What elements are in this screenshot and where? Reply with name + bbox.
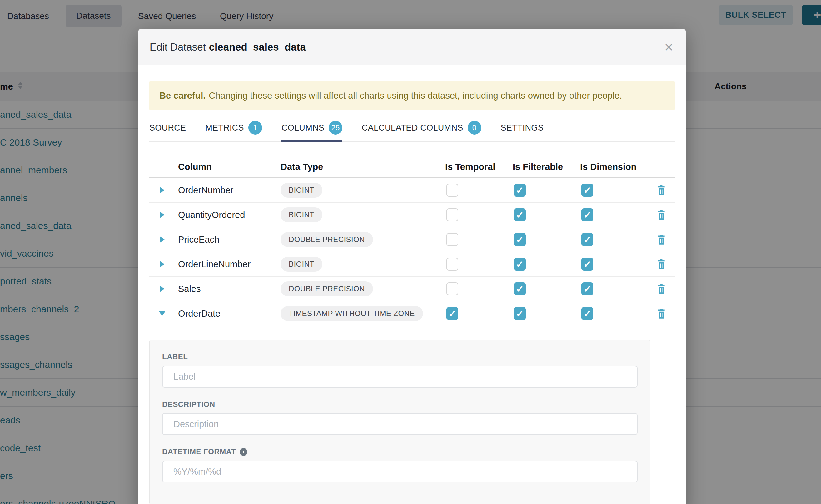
datetime-format-field-label: DATETIME FORMAT i	[162, 447, 638, 456]
column-name: QuantityOrdered	[172, 210, 275, 220]
expand-caret-icon[interactable]	[160, 261, 165, 267]
tab-label: SETTINGS	[501, 123, 544, 133]
tab-label: SOURCE	[149, 123, 186, 133]
label-field-label: LABEL	[162, 353, 638, 361]
modal-body: Be careful. Changing these settings will…	[138, 81, 686, 504]
warning-text: Changing these settings will affect all …	[209, 91, 622, 101]
modal-dataset-name: cleaned_sales_data	[209, 41, 306, 53]
warning-banner: Be careful. Changing these settings will…	[149, 81, 675, 110]
data-type-pill: BIGINT	[280, 183, 322, 198]
data-type-pill: DOUBLE PRECISION	[280, 281, 373, 296]
column-row: OrderNumber BIGINT	[149, 178, 675, 203]
delete-column-icon[interactable]	[657, 259, 666, 270]
is-dimension-checkbox[interactable]	[581, 233, 593, 246]
is-dimension-header: Is Dimension	[580, 162, 648, 172]
is-temporal-checkbox[interactable]	[447, 258, 458, 271]
column-name: Sales	[172, 284, 275, 294]
delete-column-icon[interactable]	[657, 308, 666, 319]
column-name: PriceEach	[172, 235, 275, 245]
expand-caret-icon[interactable]	[160, 236, 165, 243]
is-dimension-checkbox[interactable]	[581, 184, 593, 197]
is-filterable-checkbox[interactable]	[514, 282, 526, 295]
data-type-header: Data Type	[275, 162, 445, 172]
expand-caret-icon[interactable]	[160, 187, 165, 193]
is-temporal-checkbox[interactable]	[447, 233, 458, 246]
expand-caret-icon[interactable]	[160, 286, 165, 292]
expand-caret-icon[interactable]	[160, 212, 165, 218]
delete-column-icon[interactable]	[657, 185, 666, 196]
column-row: Sales DOUBLE PRECISION	[149, 277, 675, 301]
modal-title: Edit Datasetcleaned_sales_data	[150, 41, 306, 53]
description-input[interactable]	[162, 413, 638, 435]
column-row: OrderDate TIMESTAMP WITHOUT TIME ZONE	[149, 301, 675, 326]
column-row: PriceEach DOUBLE PRECISION	[149, 227, 675, 252]
columns-table-header: Column Data Type Is Temporal Is Filterab…	[149, 156, 675, 178]
tab-label: METRICS	[205, 123, 244, 133]
count-badge: 0	[468, 121, 482, 135]
is-filterable-checkbox[interactable]	[514, 307, 526, 320]
is-temporal-checkbox[interactable]	[447, 282, 458, 295]
collapse-caret-icon[interactable]	[159, 311, 165, 316]
is-dimension-checkbox[interactable]	[581, 282, 593, 295]
is-temporal-header: Is Temporal	[445, 162, 513, 172]
is-filterable-checkbox[interactable]	[514, 208, 526, 221]
datetime-format-input[interactable]	[162, 461, 638, 482]
description-field-label: DESCRIPTION	[162, 400, 638, 409]
tab-source[interactable]: SOURCE	[149, 119, 186, 141]
tab-settings[interactable]: SETTINGS	[501, 119, 544, 141]
screen: Databases Datasets Saved Queries Query H…	[0, 0, 821, 504]
data-type-pill: TIMESTAMP WITHOUT TIME ZONE	[280, 306, 423, 321]
tab-metrics[interactable]: METRICS1	[205, 119, 262, 141]
is-temporal-checkbox[interactable]	[447, 307, 458, 320]
modal-title-prefix: Edit Dataset	[150, 41, 206, 53]
is-dimension-checkbox[interactable]	[581, 258, 593, 271]
is-dimension-checkbox[interactable]	[581, 307, 593, 320]
column-header: Column	[172, 162, 275, 172]
is-dimension-checkbox[interactable]	[581, 208, 593, 221]
edit-dataset-modal: Edit Datasetcleaned_sales_data × Be care…	[138, 29, 686, 504]
is-filterable-checkbox[interactable]	[514, 233, 526, 246]
is-filterable-checkbox[interactable]	[514, 258, 526, 271]
data-type-pill: BIGINT	[280, 207, 322, 222]
column-row: QuantityOrdered BIGINT	[149, 203, 675, 227]
is-filterable-header: Is Filterable	[513, 162, 580, 172]
is-filterable-checkbox[interactable]	[514, 184, 526, 197]
close-icon[interactable]: ×	[665, 40, 673, 55]
modal-tabs: SOURCE METRICS1 COLUMNS25 CALCULATED COL…	[149, 119, 675, 142]
label-input[interactable]	[162, 366, 638, 388]
tab-calculated-columns[interactable]: CALCULATED COLUMNS0	[362, 119, 481, 141]
tab-label: CALCULATED COLUMNS	[362, 123, 463, 133]
column-detail-panel: LABEL DESCRIPTION DATETIME FORMAT i	[149, 340, 650, 504]
delete-column-icon[interactable]	[657, 210, 666, 220]
count-badge: 1	[248, 121, 262, 135]
column-name: OrderNumber	[172, 185, 275, 195]
column-row: OrderLineNumber BIGINT	[149, 252, 675, 277]
info-icon[interactable]: i	[240, 448, 247, 456]
warning-bold: Be careful.	[159, 91, 205, 101]
datetime-format-label-text: DATETIME FORMAT	[162, 447, 236, 456]
tab-label: COLUMNS	[281, 123, 324, 133]
data-type-pill: BIGINT	[280, 257, 322, 272]
tab-columns[interactable]: COLUMNS25	[281, 119, 342, 141]
delete-column-icon[interactable]	[657, 284, 666, 294]
column-name: OrderLineNumber	[172, 259, 275, 269]
is-temporal-checkbox[interactable]	[447, 184, 458, 197]
data-type-pill: DOUBLE PRECISION	[280, 232, 373, 247]
is-temporal-checkbox[interactable]	[447, 208, 458, 221]
modal-header: Edit Datasetcleaned_sales_data ×	[138, 29, 686, 65]
count-badge: 25	[329, 121, 342, 135]
column-name: OrderDate	[172, 309, 275, 319]
delete-column-icon[interactable]	[657, 234, 666, 245]
